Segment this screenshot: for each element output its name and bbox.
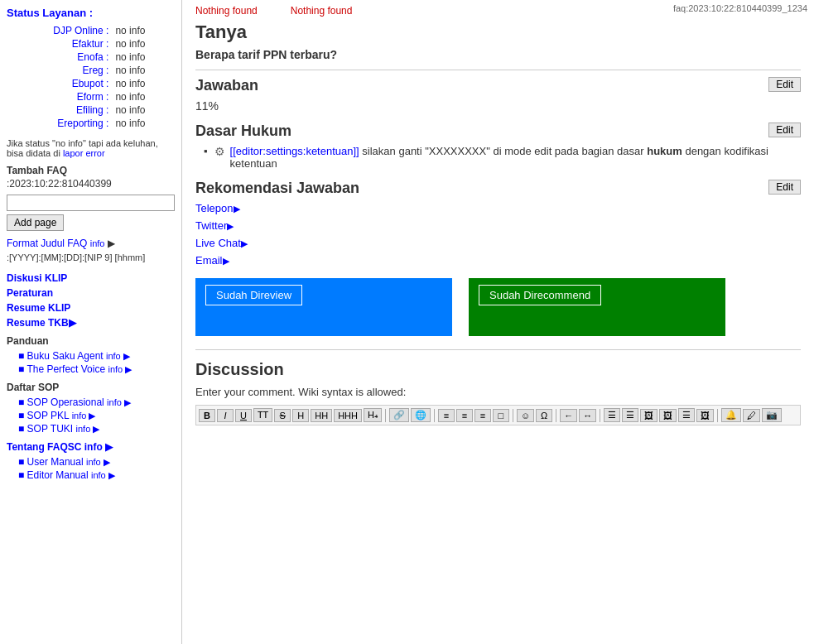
dasar-hukum-bold: hukum [647,145,682,157]
discussion-title: Discussion [195,360,801,379]
rekomendasi-telepon: Telepon▶ [195,202,801,214]
toolbar-format-3[interactable]: ☰ [678,408,695,422]
toolbar-ol[interactable]: ≡ [456,409,473,422]
discussion-section: Discussion Enter your comment. Wiki synt… [195,349,801,425]
rekomendasi-section: Rekomendasi Jawaban Edit Telepon▶ Twitte… [195,180,801,267]
edit-dasar-hukum-button[interactable]: Edit [768,123,801,137]
gear-icon: ⚙ [214,145,225,158]
divider-1 [195,70,801,70]
faq-id-label: :2023:10:22:810440399 [7,178,175,190]
sidebar: Status Layanan : DJP Online :no infoEfak… [0,0,182,644]
toolbar-strikethrough[interactable]: S [274,409,291,422]
toolbar-external-link[interactable]: 🌐 [411,408,431,422]
toolbar-smiley[interactable]: ☺ [517,409,534,422]
toolbar-image-3[interactable]: 🖼 [696,409,714,422]
discussion-hint: Enter your comment. Wiki syntax is allow… [195,386,801,398]
status-row: DJP Online :no info [7,24,175,37]
dasar-hukum-link[interactable]: [[editor:settings:ketentuan]] [230,145,359,157]
toolbar-divider-2 [434,409,435,422]
toolbar-format-2[interactable]: ☰ [622,408,638,422]
toolbar-image[interactable]: 🖼 [640,409,657,422]
rekomendasi-telepon-link[interactable]: Telepon▶ [195,202,240,214]
info-arrow: ▶ [108,238,115,249]
toolbar-underline[interactable]: U [235,409,252,422]
edit-jawaban-button[interactable]: Edit [768,77,801,92]
sudah-direview-label: Sudah Direview [205,285,302,305]
toolbar-divider-4 [556,409,556,422]
format-judul: Format Judul FAQ info ▶ [7,238,175,249]
add-page-input[interactable] [7,195,175,211]
rekomendasi-email-link[interactable]: Email▶ [195,254,229,267]
sidebar-buku-saku-agent[interactable]: ■ Buku Saku Agent info ▶ [7,350,175,362]
review-box: Sudah Direview [195,278,452,336]
format-date: :[YYYY]:[MM]:[DD]:[NIP 9] [hhmm] [7,252,175,262]
rekomendasi-email: Email▶ [195,254,801,267]
toolbar-tt[interactable]: TT [253,408,272,422]
toolbar-special-char[interactable]: Ω [536,409,552,422]
content-area: Tanya Berapa tarif PPN terbaru? Jawaban … [182,18,814,439]
add-page-button[interactable]: Add page [7,214,64,231]
answer-text: 11% [195,99,801,113]
sidebar-sop-pkl[interactable]: ■ SOP PKL info ▶ [7,410,175,421]
status-row: Ereporting :no info [7,117,175,130]
sidebar-link-resume-tkb[interactable]: Resume TKB▶ [7,317,175,329]
toolbar-link[interactable]: 🔗 [389,408,409,422]
toolbar-h2[interactable]: HH [311,409,332,422]
review-recommend-bar: Sudah Direview Sudah Direcommend [195,278,801,336]
tanya-section: Tanya Berapa tarif PPN terbaru? [195,22,801,61]
toolbar-h4[interactable]: H₄ [364,408,382,422]
question-text: Berapa tarif PPN terbaru? [195,48,801,61]
dasar-hukum-title: Dasar Hukum [195,123,291,140]
toolbar-table[interactable]: □ [493,409,509,422]
dasar-hukum-section: Dasar Hukum Edit ⚙ [[editor:settings:ket… [195,123,801,170]
status-layanan-title: Status Layanan : [7,7,175,19]
status-table: DJP Online :no infoEfaktur :no infoEnofa… [7,24,175,130]
toolbar-divider-6 [717,409,718,422]
toolbar-camera[interactable]: 📷 [762,408,782,422]
toolbar-both-arrow[interactable]: ↔ [579,409,596,422]
jawaban-header: Jawaban Edit [195,77,801,94]
status-row: Efiling :no info [7,103,175,117]
sidebar-link-diskusi-klip[interactable]: Diskusi KLIP [7,272,175,284]
toolbar-left-arrow[interactable]: ← [560,409,577,422]
toolbar-edit[interactable]: 🖊 [743,409,760,422]
sidebar-tentang-faqsc[interactable]: Tentang FAQSC info ▶ [7,441,175,453]
sidebar-sop-operasional[interactable]: ■ SOP Operasional info ▶ [7,396,175,408]
toolbar-indent[interactable]: ≡ [474,409,491,422]
toolbar-ul[interactable]: ≡ [438,409,455,422]
sidebar-the-perfect-voice[interactable]: ■ The Perfect Voice info ▶ [7,363,175,375]
toolbar-image-2[interactable]: 🖼 [659,409,677,422]
toolbar-bell[interactable]: 🔔 [721,408,741,422]
toolbar-italic[interactable]: I [217,409,234,422]
sudah-direcommend-label: Sudah Direcommend [479,285,601,305]
jawaban-section: Jawaban Edit 11% [195,77,801,113]
toolbar-bold[interactable]: B [199,409,215,422]
toolbar-format-1[interactable]: ☰ [604,408,620,422]
status-row: Enofa :no info [7,50,175,64]
rekomendasi-live-chat-link[interactable]: Live Chat▶ [195,237,248,249]
edit-rekomendasi-button[interactable]: Edit [768,180,801,195]
resume-tkb-arrow: ▶ [69,317,76,329]
lapor-error-link[interactable]: lapor error [63,148,105,158]
nothing-found-2: Nothing found [291,5,353,17]
format-judul-link[interactable]: Format Judul FAQ [7,238,87,249]
nothing-found-1: Nothing found [195,5,258,17]
toolbar-h3[interactable]: HHH [334,409,362,422]
status-row: Ebupot :no info [7,77,175,90]
tanya-title: Tanya [195,22,801,43]
rekomendasi-twitter-link[interactable]: Twitter▶ [195,219,234,232]
sidebar-sop-tuki[interactable]: ■ SOP TUKI info ▶ [7,423,175,435]
status-row: Eform :no info [7,90,175,103]
toolbar-h1[interactable]: H [292,409,309,422]
dasar-hukum-content: [[editor:settings:ketentuan]] silakan ga… [230,145,801,170]
dasar-hukum-header: Dasar Hukum Edit [195,123,801,140]
sidebar-note: Jika status "no info" tapi ada keluhan, … [7,138,175,158]
format-judul-info[interactable]: info [90,238,105,248]
editor-toolbar: B I U TT S H HH HHH H₄ 🔗 🌐 ≡ ≡ ≡ □ [195,405,801,425]
sidebar-editor-manual[interactable]: ■ Editor Manual info ▶ [7,469,175,481]
dasar-hukum-item: ⚙ [[editor:settings:ketentuan]] silakan … [195,145,801,170]
sidebar-link-peraturan[interactable]: Peraturan [7,287,175,299]
sidebar-link-resume-klip[interactable]: Resume KLIP [7,302,175,314]
sidebar-user-manual[interactable]: ■ User Manual info ▶ [7,456,175,468]
panduan-title: Panduan [7,335,175,347]
